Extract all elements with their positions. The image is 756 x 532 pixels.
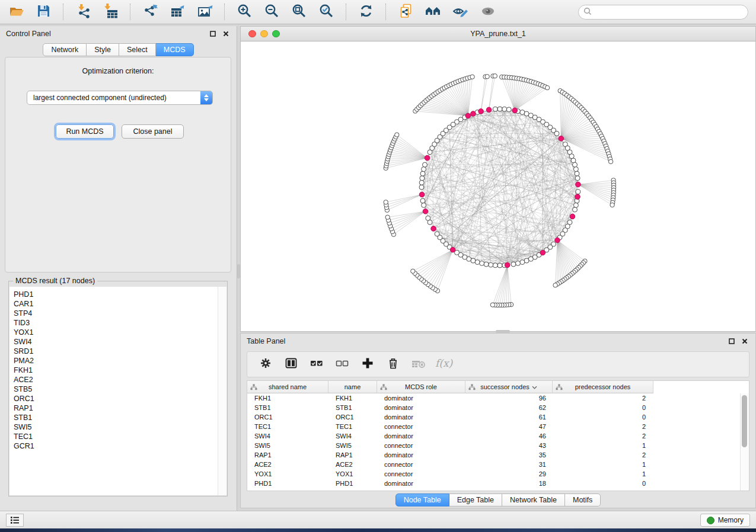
export-network-button[interactable] — [142, 4, 158, 20]
select-all-button[interactable] — [310, 358, 323, 371]
search-box[interactable] — [578, 5, 748, 20]
sort-chevron-icon — [532, 383, 537, 390]
cell-successor-nodes: 29 — [465, 469, 553, 479]
open-session-button[interactable] — [8, 4, 24, 20]
toggle-columns-button[interactable] — [285, 358, 298, 371]
mcds-result-item[interactable]: YOX1 — [14, 328, 218, 337]
cell-name: FKH1 — [328, 393, 377, 403]
mcds-result-item[interactable]: FKH1 — [14, 366, 218, 375]
cell-shared-name: ACE2 — [247, 460, 328, 469]
zoom-out-button[interactable] — [264, 4, 280, 20]
zoom-selected-icon — [318, 3, 334, 21]
mcds-result-item[interactable]: STB1 — [14, 413, 218, 422]
mcds-result-item[interactable]: GCR1 — [14, 441, 218, 451]
save-session-button[interactable] — [36, 4, 52, 20]
delete-columns-icon — [387, 357, 400, 372]
table-row[interactable]: ACE2ACE2connector311 — [247, 460, 749, 469]
mcds-result-item[interactable]: STP4 — [14, 309, 218, 318]
mcds-result-list[interactable]: PHD1CAR1STP4TID3YOX1SWI4SRD1PMA2FKH1ACE2… — [9, 287, 218, 495]
column-header-MCDS-role[interactable]: MCDS role — [377, 381, 465, 393]
column-header-name[interactable]: name — [328, 381, 377, 393]
mcds-result-item[interactable]: TID3 — [14, 318, 218, 328]
float-icon[interactable] — [728, 338, 735, 345]
table-row[interactable]: FKH1FKH1dominator962 — [247, 393, 749, 403]
delete-columns-button[interactable] — [387, 358, 400, 371]
export-table-button[interactable] — [170, 4, 186, 20]
add-column-button[interactable] — [361, 358, 374, 371]
zoom-fit-button[interactable] — [291, 4, 307, 20]
search-input[interactable] — [595, 6, 748, 18]
network-file-button[interactable] — [398, 4, 414, 20]
mcds-result-item[interactable]: ACE2 — [14, 375, 218, 384]
cell-MCDS-role: connector — [377, 469, 465, 479]
column-header-shared-name[interactable]: shared name — [247, 381, 328, 393]
table-row[interactable]: SWI4SWI4dominator462 — [247, 431, 749, 441]
zoom-selected-button[interactable] — [318, 4, 334, 20]
mcds-result-item[interactable]: PHD1 — [14, 290, 218, 299]
tab-network-table[interactable]: Network Table — [502, 493, 565, 507]
optimization-criterion-label: Optimization criterion: — [5, 57, 231, 75]
table-row[interactable]: SWI5SWI5connector431 — [247, 441, 749, 450]
column-header-predecessor-nodes[interactable]: predecessor nodes — [553, 381, 653, 393]
settings-gear-button[interactable] — [259, 358, 272, 371]
tab-edge-table[interactable]: Edge Table — [449, 493, 502, 507]
table-row[interactable]: PHD1PHD1dominator180 — [247, 479, 749, 488]
tab-mcds[interactable]: MCDS — [156, 43, 194, 56]
import-table-button[interactable] — [103, 4, 119, 20]
mcds-result-item[interactable]: PMA2 — [14, 356, 218, 366]
import-network-button[interactable] — [75, 4, 91, 20]
table-row[interactable]: YOX1YOX1connector291 — [247, 469, 749, 479]
minimize-traffic-light-icon[interactable] — [260, 30, 268, 38]
memory-button[interactable]: Memory — [700, 514, 750, 527]
export-image-button[interactable] — [197, 4, 213, 20]
tab-select[interactable]: Select — [119, 43, 156, 56]
add-column-icon — [361, 357, 374, 372]
hide-selected-button[interactable] — [452, 4, 468, 20]
mcds-result-item[interactable]: SWI4 — [14, 337, 218, 347]
panel-splitter-vertical[interactable] — [237, 264, 240, 278]
mcds-result-item[interactable]: SWI5 — [14, 422, 218, 432]
mcds-result-item[interactable]: ORC1 — [14, 394, 218, 403]
close-icon[interactable] — [741, 338, 748, 345]
close-panel-button[interactable]: Close panel — [122, 124, 184, 139]
attribute-type-icon — [250, 384, 257, 390]
table-row[interactable]: RAP1RAP1dominator352 — [247, 450, 749, 460]
deselect-all-button[interactable] — [336, 358, 349, 371]
column-header-successor-nodes[interactable]: successor nodes — [465, 381, 553, 393]
mcds-result-item[interactable]: SRD1 — [14, 347, 218, 356]
open-session-icon — [8, 3, 24, 21]
maximize-traffic-light-icon[interactable] — [272, 30, 280, 38]
tab-network[interactable]: Network — [43, 43, 87, 56]
table-row[interactable]: STB1STB1dominator620 — [247, 403, 749, 412]
mcds-result-item[interactable]: RAP1 — [14, 403, 218, 413]
table-row[interactable]: ORC1ORC1dominator610 — [247, 412, 749, 422]
table-scrollbar[interactable] — [740, 393, 749, 491]
optimization-criterion-dropdown[interactable]: largest connected component (undirected) — [27, 91, 213, 105]
table-toolbar: f(x) — [247, 351, 749, 377]
close-traffic-light-icon[interactable] — [248, 30, 256, 38]
zoom-in-button[interactable] — [237, 4, 253, 20]
network-window-titlebar[interactable]: YPA_prune.txt_1 — [241, 27, 755, 41]
tab-style[interactable]: Style — [87, 43, 119, 56]
mcds-result-item[interactable]: TEC1 — [14, 432, 218, 441]
scrollbar-thumb[interactable] — [742, 395, 747, 447]
memory-status-icon — [707, 517, 714, 524]
refresh-button[interactable] — [358, 4, 374, 20]
cell-MCDS-role: dominator — [377, 393, 465, 403]
close-icon[interactable] — [222, 30, 229, 37]
mcds-result-item[interactable]: STB5 — [14, 384, 218, 394]
first-neighbors-button[interactable] — [425, 4, 441, 20]
mcds-list-scrollbar[interactable] — [218, 287, 227, 495]
status-menu-button[interactable] — [6, 514, 24, 527]
table-panel: Table Panel f(x) shared namenameMCDS rol… — [240, 333, 756, 508]
table-row[interactable]: TEC1TEC1connector472 — [247, 422, 749, 431]
mcds-result-item[interactable]: CAR1 — [14, 299, 218, 309]
network-graph-canvas[interactable] — [241, 41, 755, 331]
run-mcds-button[interactable]: Run MCDS — [56, 124, 114, 139]
tab-node-table[interactable]: Node Table — [395, 493, 449, 507]
show-all-button[interactable] — [480, 4, 496, 20]
float-icon[interactable] — [209, 30, 216, 37]
panel-splitter-horizontal[interactable] — [496, 330, 510, 333]
cell-name: YOX1 — [328, 469, 377, 479]
tab-motifs[interactable]: Motifs — [565, 493, 601, 507]
